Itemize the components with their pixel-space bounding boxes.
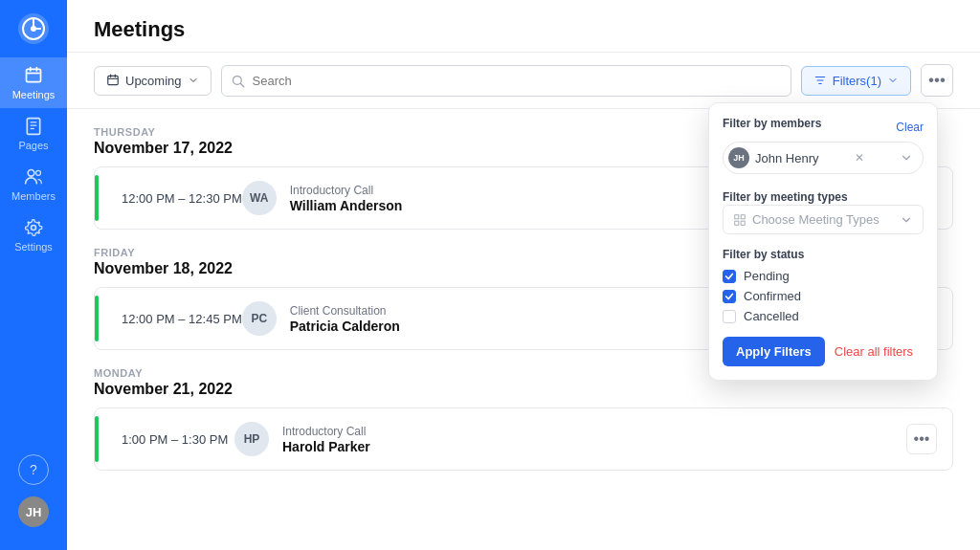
help-button[interactable]: ? xyxy=(18,454,49,485)
svg-line-21 xyxy=(240,83,243,86)
filter-icon xyxy=(813,74,827,87)
chevron-down-icon xyxy=(188,75,199,86)
svg-rect-25 xyxy=(735,214,739,218)
filter-types-label: Filter by meeting types xyxy=(723,190,848,204)
app-logo xyxy=(16,11,51,46)
meeting-types-select[interactable]: Choose Meeting Types xyxy=(723,205,924,234)
sidebar-item-label: Pages xyxy=(18,140,48,151)
sidebar-item-meetings[interactable]: Meetings xyxy=(0,57,67,108)
filter-members-header: Filter by members Clear xyxy=(723,117,924,138)
more-options-button[interactable]: ••• xyxy=(921,64,953,97)
day-group-monday: MONDAY November 21, 2022 1:00 PM – 1:30 … xyxy=(94,367,953,471)
filter-members-label: Filter by members xyxy=(723,117,821,130)
svg-rect-16 xyxy=(108,76,119,84)
settings-icon xyxy=(23,217,44,238)
confirmed-checkbox[interactable] xyxy=(723,290,736,303)
sidebar-item-label: Members xyxy=(11,190,56,202)
filters-button[interactable]: Filters(1) xyxy=(801,66,911,96)
user-avatar[interactable]: JH xyxy=(18,496,49,527)
status-confirmed-row[interactable]: Confirmed xyxy=(723,289,924,303)
meeting-more-button[interactable]: ••• xyxy=(906,424,937,454)
status-cancelled-row[interactable]: Cancelled xyxy=(723,309,924,323)
toolbar: Upcoming Filters(1) ••• Filter by member… xyxy=(67,53,980,109)
meeting-type: Introductory Call xyxy=(282,425,906,438)
pages-icon xyxy=(23,116,44,137)
calendar-icon xyxy=(106,74,120,87)
member-name: John Henry xyxy=(755,151,818,165)
sidebar-item-settings[interactable]: Settings xyxy=(0,209,67,260)
sidebar-item-label: Settings xyxy=(14,241,53,253)
member-avatar: JH xyxy=(728,147,749,168)
sidebar-item-members[interactable]: Members xyxy=(0,159,67,209)
meeting-card: 1:00 PM – 1:30 PM HP Introductory Call H… xyxy=(94,407,953,471)
confirmed-label: Confirmed xyxy=(744,289,801,303)
sidebar-item-label: Meetings xyxy=(12,89,56,100)
svg-rect-9 xyxy=(27,119,39,135)
sidebar-bottom: ? JH xyxy=(18,454,49,539)
main-content: Meetings Upcoming Filters(1) ••• Filter … xyxy=(67,0,980,550)
search-input[interactable] xyxy=(221,65,791,97)
svg-rect-28 xyxy=(741,221,745,225)
svg-point-13 xyxy=(28,170,34,177)
sidebar-item-pages[interactable]: Pages xyxy=(0,108,67,159)
meeting-name: Harold Parker xyxy=(282,439,906,454)
meeting-avatar: WA xyxy=(242,181,277,215)
sidebar: Meetings Pages Members Settings ? JH xyxy=(0,0,67,550)
search-icon xyxy=(231,74,245,88)
day-date: November 21, 2022 xyxy=(94,381,953,398)
search-wrap xyxy=(221,65,791,97)
filter-status-section: Filter by status Pending Confirmed Cance… xyxy=(723,248,924,323)
meeting-avatar: PC xyxy=(242,301,277,336)
filter-actions: Apply Filters Clear all filters xyxy=(723,337,924,366)
chevron-down-icon xyxy=(900,151,913,165)
meeting-time: 12:00 PM – 12:30 PM xyxy=(110,191,242,206)
upcoming-button[interactable]: Upcoming xyxy=(94,66,212,96)
help-icon: ? xyxy=(30,462,37,477)
filter-dropdown: Filter by members Clear JH John Henry ✕ … xyxy=(708,102,938,381)
apply-filters-button[interactable]: Apply Filters xyxy=(723,337,825,366)
member-chip[interactable]: JH John Henry ✕ xyxy=(723,142,924,174)
svg-rect-26 xyxy=(741,214,745,218)
svg-rect-5 xyxy=(27,69,41,81)
status-pending-row[interactable]: Pending xyxy=(723,269,924,283)
meeting-avatar: HP xyxy=(234,422,269,456)
pending-label: Pending xyxy=(744,269,790,283)
meeting-time: 1:00 PM – 1:30 PM xyxy=(110,432,234,447)
clear-all-filters-button[interactable]: Clear all filters xyxy=(835,344,913,359)
page-title: Meetings xyxy=(94,17,953,42)
pending-checkbox[interactable] xyxy=(723,270,736,283)
meeting-types-placeholder: Choose Meeting Types xyxy=(752,212,880,227)
svg-point-14 xyxy=(36,170,41,175)
meetings-icon xyxy=(23,65,44,86)
chevron-down-icon xyxy=(887,75,899,86)
svg-rect-27 xyxy=(735,221,739,225)
cancelled-label: Cancelled xyxy=(744,309,799,323)
grid-icon xyxy=(733,213,746,227)
page-header: Meetings xyxy=(67,0,980,53)
meeting-info: Introductory Call Harold Parker xyxy=(282,425,906,454)
svg-point-15 xyxy=(32,226,36,231)
clear-members-button[interactable]: Clear xyxy=(896,121,924,134)
cancelled-checkbox[interactable] xyxy=(723,310,736,323)
more-icon: ••• xyxy=(928,71,946,90)
chevron-down-icon xyxy=(900,213,913,227)
members-icon xyxy=(23,166,44,187)
filter-status-label: Filter by status xyxy=(723,248,924,261)
remove-member-icon[interactable]: ✕ xyxy=(855,151,864,165)
meeting-time: 12:00 PM – 12:45 PM xyxy=(110,312,242,326)
